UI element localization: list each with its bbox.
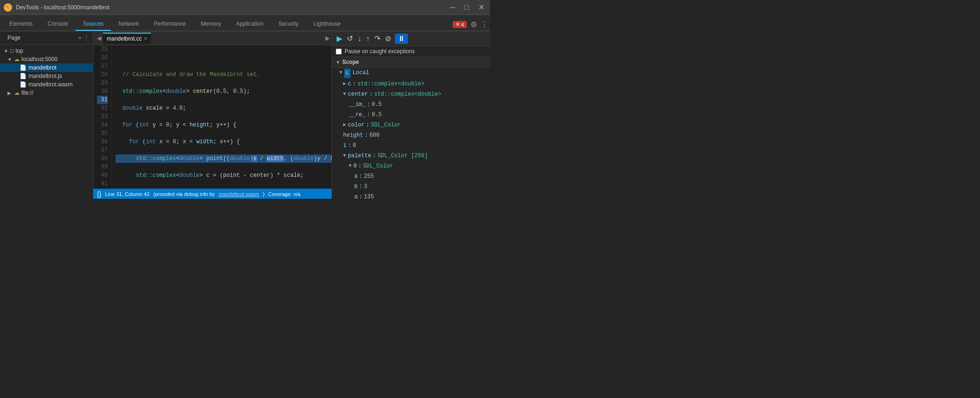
file-icon-cc: 📄 <box>20 64 27 71</box>
wasm-link[interactable]: mandelbrot.wasm <box>219 191 259 197</box>
b-val: 3 <box>364 182 367 191</box>
cloud-icon-file: ☁ <box>14 90 20 96</box>
editor-tab-mandelbrot-cc[interactable]: mandelbrot.cc ✕ <box>103 33 151 44</box>
tree-item-mandelbrot-wasm[interactable]: 📄 mandelbrot.wasm <box>0 80 93 89</box>
scope-chevron: ▼ <box>336 60 340 65</box>
palette-0-val: SDL_Color <box>363 162 393 170</box>
scope-c[interactable]: ▶ c : std::complex<double> <box>332 79 490 89</box>
more-button[interactable]: ⋮ <box>481 20 488 29</box>
pause-exceptions-checkbox[interactable] <box>336 49 342 55</box>
titlebar: 🔧 DevTools - localhost:5000/mandelbrot ─… <box>0 0 490 15</box>
scope-re: __re_ : 0.5 <box>332 110 490 120</box>
scope-center[interactable]: ▼ center : std::complex<double> <box>332 89 490 99</box>
file-icon-js: 📄 <box>20 73 27 79</box>
height-val: 600 <box>369 131 380 140</box>
step-into-button[interactable]: ↓ <box>357 34 362 44</box>
color-key: color <box>348 121 365 129</box>
center-val: std::complex<double> <box>374 90 441 98</box>
code-lines[interactable]: // Calculate and draw the Mandelbrot set… <box>112 45 331 189</box>
code-line-27: std::complex<double> center(0.5, 0.5); <box>116 87 331 96</box>
a-val: 255 <box>364 172 374 181</box>
sidebar-tab-page[interactable]: Page <box>4 33 24 42</box>
step-out-button[interactable]: ↑ <box>365 34 371 44</box>
file-icon-wasm: 📄 <box>20 81 27 88</box>
tree-item-mandelbrot-cc[interactable]: 📄 mandelbrot <box>0 63 93 72</box>
chevron-file: ▶ <box>7 91 12 96</box>
sidebar-kebab-icon[interactable]: ⋮ <box>83 35 89 41</box>
settings-button[interactable]: ⚙ <box>470 20 477 29</box>
code-line-28: double scale = 4.0; <box>116 104 331 112</box>
color-toggle[interactable]: ▶ <box>343 121 346 129</box>
scope-palette[interactable]: ▼ palette : SDL_Color [256] <box>332 151 490 161</box>
code-scroll[interactable]: 25 26 27 28 29 30 31 32 33 34 35 36 37 3… <box>93 45 331 189</box>
minimize-button[interactable]: ─ <box>448 2 457 13</box>
i-key: i <box>343 141 346 150</box>
scope-color[interactable]: ▶ color : SDL_Color <box>332 120 490 130</box>
tab-memory[interactable]: Memory <box>193 18 228 31</box>
tab-performance[interactable]: Performance <box>146 18 193 31</box>
tab-lighthouse[interactable]: Lighthouse <box>306 18 348 31</box>
g-key: g <box>354 193 358 199</box>
format-button[interactable]: {} <box>97 190 101 198</box>
palette-key: palette <box>348 152 371 160</box>
tab-network[interactable]: Network <box>111 18 146 31</box>
tab-sources[interactable]: Sources <box>76 18 111 31</box>
g-val: 135 <box>364 193 374 199</box>
center-key: center <box>348 90 368 98</box>
tab-application[interactable]: Application <box>228 18 271 31</box>
sidebar-more-icon[interactable]: » <box>78 35 82 41</box>
scope-palette-0[interactable]: ▼ 0 : SDL_Color <box>332 161 490 171</box>
code-line-30: for (int x = 0; x < width; x++) { <box>116 138 331 146</box>
resume-button[interactable]: ▶ <box>336 33 343 44</box>
code-line-29: for (int y = 0; y < height; y++) { <box>116 121 331 129</box>
step-button[interactable]: ↷ <box>373 33 381 44</box>
tree-item-top[interactable]: ▼ □ top <box>0 47 93 55</box>
c-key: c <box>348 80 351 88</box>
a-key: a <box>354 172 358 181</box>
spacer-2 <box>13 74 18 79</box>
code-line-26: // Calculate and draw the Mandelbrot set… <box>116 70 331 79</box>
sidebar: Page » ⋮ ▼ □ top ▼ ☁ localhost:5000 📄 ma… <box>0 31 93 199</box>
local-toggle[interactable]: ▼ <box>339 69 342 77</box>
palette-0-toggle[interactable]: ▼ <box>349 162 352 170</box>
tree-label-top: top <box>15 48 23 54</box>
center-toggle[interactable]: ▼ <box>343 90 346 98</box>
scope-section-header[interactable]: ▼ Scope <box>332 57 490 68</box>
chevron-top: ▼ <box>4 49 8 54</box>
palette-toggle[interactable]: ▼ <box>343 152 346 160</box>
tree-label-localhost: localhost:5000 <box>21 56 57 63</box>
editor-scroll-right[interactable]: ▶ <box>325 35 330 42</box>
i-val: 0 <box>352 141 356 150</box>
error-badge[interactable]: ✕ 4 <box>453 21 467 28</box>
tab-close-button[interactable]: ✕ <box>144 36 147 41</box>
maximize-button[interactable]: □ <box>462 2 471 13</box>
close-button[interactable]: ✕ <box>476 2 486 13</box>
tree-item-localhost[interactable]: ▼ ☁ localhost:5000 <box>0 55 93 63</box>
scope-local-header[interactable]: ▼ L Local <box>332 68 490 79</box>
scope-i: i : 0 <box>332 140 490 151</box>
window-title: DevTools - localhost:5000/mandelbrot <box>16 4 444 11</box>
editor-tab-label: mandelbrot.cc <box>107 35 142 42</box>
tab-security[interactable]: Security <box>271 18 306 31</box>
tree-label-mandelbrot-js: mandelbrot.js <box>28 73 62 79</box>
status-info: (provided via debug info by <box>153 191 215 197</box>
tree-item-file[interactable]: ▶ ☁ file:// <box>0 89 93 97</box>
tab-nav-back[interactable]: ◀ <box>95 34 103 42</box>
scope-a: a : 255 <box>332 171 490 182</box>
coverage-text: Coverage: n/a <box>268 191 300 197</box>
scope-title: Scope <box>342 59 359 65</box>
scope-im: __im_ : 0.5 <box>332 99 490 110</box>
pause-button[interactable]: ⏸ <box>395 34 408 44</box>
height-key: height <box>343 131 363 140</box>
line-numbers: 25 26 27 28 29 30 31 32 33 34 35 36 37 3… <box>93 45 112 189</box>
c-toggle[interactable]: ▶ <box>343 80 346 88</box>
tab-console[interactable]: Console <box>40 18 76 31</box>
tab-elements[interactable]: Elements <box>2 18 40 31</box>
deactivate-button[interactable]: ⊘ <box>384 33 392 44</box>
tree-label-mandelbrot-wasm: mandelbrot.wasm <box>28 81 73 88</box>
sidebar-header: Page » ⋮ <box>0 31 93 45</box>
tree-item-mandelbrot-js[interactable]: 📄 mandelbrot.js <box>0 72 93 80</box>
re-key: __re_ <box>349 111 366 119</box>
cloud-icon-localhost: ☁ <box>14 56 20 63</box>
step-over-button[interactable]: ↺ <box>346 33 354 44</box>
